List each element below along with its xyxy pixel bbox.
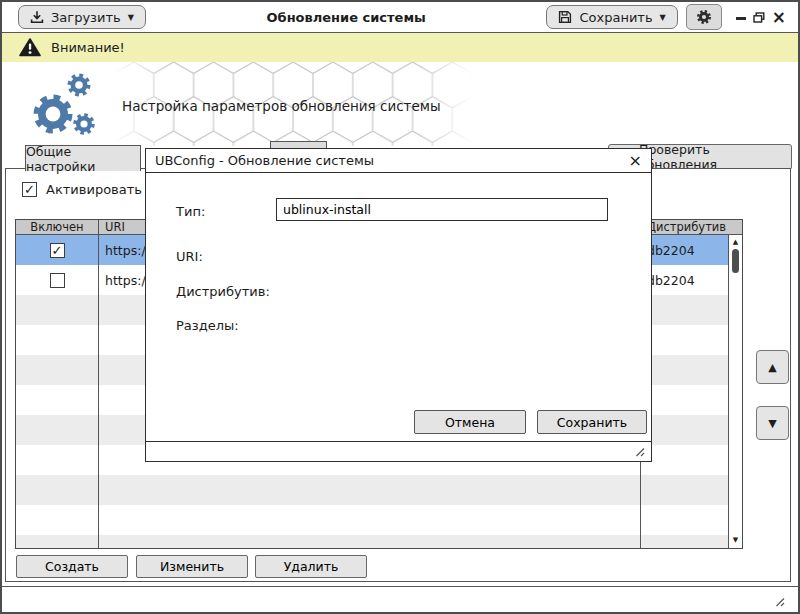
- chevron-down-icon: ▼: [128, 13, 134, 22]
- tab-general-settings[interactable]: Общие настройки: [25, 145, 141, 171]
- gears-logo-icon: [16, 66, 116, 144]
- page-title: Настройка параметров обновления системы: [122, 98, 441, 114]
- toolbar: Загрузить ▼ Обновление системы Сохранить…: [2, 2, 798, 33]
- tab-general-settings-label: Общие настройки: [26, 144, 140, 174]
- resize-grip-icon[interactable]: [772, 595, 786, 607]
- cancel-button[interactable]: Отмена: [414, 410, 526, 434]
- table-scrollbar[interactable]: ▲ ▼: [728, 235, 742, 548]
- move-row-down-button[interactable]: ▼: [756, 406, 789, 440]
- warning-banner: Внимание!: [2, 33, 798, 62]
- status-bar: [2, 586, 798, 612]
- download-icon: [30, 10, 44, 24]
- sections-label: Разделы:: [176, 318, 239, 333]
- row-distro: db2204: [641, 235, 742, 265]
- scroll-up-icon[interactable]: ▲: [729, 239, 742, 246]
- scrollbar-thumb[interactable]: [732, 249, 739, 273]
- dialog-divider: [146, 441, 651, 442]
- window-title: Обновление системы: [154, 10, 539, 25]
- edit-button[interactable]: Изменить: [136, 555, 248, 578]
- save-button[interactable]: Сохранить ▼: [546, 5, 677, 29]
- close-icon[interactable]: ×: [772, 9, 786, 26]
- move-row-up-button[interactable]: ▲: [756, 350, 789, 384]
- save-dialog-button[interactable]: Сохранить: [537, 410, 647, 434]
- create-button[interactable]: Создать: [16, 555, 128, 578]
- dialog-resize-grip-icon[interactable]: [632, 445, 646, 457]
- page-header: Настройка параметров обновления системы: [2, 62, 798, 146]
- app-window: Загрузить ▼ Обновление системы Сохранить…: [0, 0, 800, 614]
- dialog-close-icon[interactable]: ×: [629, 153, 642, 169]
- load-button[interactable]: Загрузить ▼: [18, 5, 146, 29]
- type-label: Тип:: [176, 204, 205, 219]
- table-row-empty[interactable]: [16, 475, 742, 505]
- table-row-empty[interactable]: [16, 505, 742, 535]
- toolbar-right: Сохранить ▼ ×: [546, 4, 786, 30]
- distro-label: Дистрибутив:: [176, 284, 270, 299]
- restore-icon[interactable]: [753, 12, 765, 23]
- scroll-down-icon[interactable]: ▼: [729, 537, 742, 544]
- uri-label: URI:: [176, 249, 203, 264]
- type-input[interactable]: [276, 198, 608, 221]
- dialog-titlebar: UBConfig - Обновление системы ×: [146, 149, 651, 173]
- ubconfig-dialog: UBConfig - Обновление системы × Тип: URI…: [145, 148, 652, 462]
- chevron-down-icon: ▼: [660, 13, 666, 22]
- aur-checkbox[interactable]: ✓: [22, 182, 37, 197]
- warning-text: Внимание!: [51, 40, 125, 55]
- row-checkbox[interactable]: ✓: [50, 243, 65, 258]
- row-checkbox[interactable]: [50, 273, 65, 288]
- row-distro: db2204: [641, 265, 742, 295]
- gear-icon: [695, 8, 713, 26]
- arrow-down-icon: ▼: [768, 417, 776, 430]
- settings-button[interactable]: [686, 4, 722, 30]
- save-icon: [558, 10, 572, 24]
- arrow-up-icon: ▲: [768, 361, 776, 374]
- column-header-enabled: Включен: [16, 220, 99, 234]
- column-header-distro: Дистрибутив: [641, 220, 742, 234]
- load-button-label: Загрузить: [51, 10, 121, 25]
- minimize-icon[interactable]: [736, 17, 746, 20]
- window-controls: ×: [736, 9, 786, 26]
- warning-icon: [19, 38, 41, 57]
- delete-button[interactable]: Удалить: [255, 555, 367, 578]
- dialog-title: UBConfig - Обновление системы: [155, 153, 629, 168]
- table-row-empty[interactable]: [16, 535, 742, 549]
- save-button-label: Сохранить: [579, 10, 652, 25]
